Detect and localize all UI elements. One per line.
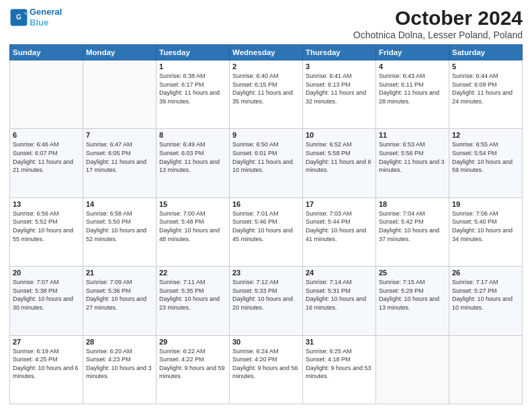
table-row: 28Sunrise: 6:20 AMSunset: 4:23 PMDayligh…: [83, 335, 157, 404]
day-number: 2: [232, 62, 300, 71]
day-detail: Sunrise: 6:47 AMSunset: 6:05 PMDaylight:…: [86, 140, 153, 174]
sunrise-text: Sunrise: 7:15 AM: [379, 278, 446, 287]
day-number: 7: [86, 131, 153, 139]
sunset-text: Sunset: 5:44 PM: [306, 218, 373, 226]
table-row: 5Sunrise: 6:44 AMSunset: 6:09 PMDaylight…: [449, 60, 523, 129]
day-detail: Sunrise: 6:46 AMSunset: 6:07 PMDaylight:…: [13, 140, 80, 174]
sunset-text: Sunset: 5:35 PM: [159, 287, 226, 295]
day-detail: Sunrise: 6:52 AMSunset: 5:58 PMDaylight:…: [306, 140, 373, 174]
table-row: 30Sunrise: 6:24 AMSunset: 4:20 PMDayligh…: [230, 335, 303, 404]
day-detail: Sunrise: 6:49 AMSunset: 6:03 PMDaylight:…: [159, 140, 226, 174]
table-row: 11Sunrise: 6:53 AMSunset: 5:56 PMDayligh…: [376, 129, 449, 197]
calendar-week-row: 20Sunrise: 7:07 AMSunset: 5:38 PMDayligh…: [10, 267, 523, 335]
daylight-text: Daylight: 10 hours and 45 minutes.: [232, 226, 300, 243]
header-friday: Friday: [376, 45, 449, 60]
table-row: 4Sunrise: 6:43 AMSunset: 6:11 PMDaylight…: [376, 60, 449, 129]
logo-icon: G: [9, 8, 28, 27]
daylight-text: Daylight: 9 hours and 53 minutes.: [306, 364, 373, 381]
sunset-text: Sunset: 4:22 PM: [159, 355, 226, 364]
sunset-text: Sunset: 6:07 PM: [13, 149, 80, 158]
daylight-text: Daylight: 10 hours and 52 minutes.: [86, 226, 153, 243]
day-detail: Sunrise: 7:15 AMSunset: 5:29 PMDaylight:…: [379, 278, 446, 312]
table-row: 2Sunrise: 6:40 AMSunset: 6:15 PMDaylight…: [230, 60, 303, 129]
day-detail: Sunrise: 6:38 AMSunset: 6:17 PMDaylight:…: [159, 72, 226, 105]
day-detail: Sunrise: 6:41 AMSunset: 6:13 PMDaylight:…: [306, 72, 373, 105]
daylight-text: Daylight: 11 hours and 13 minutes.: [159, 158, 226, 175]
header-wednesday: Wednesday: [230, 45, 303, 60]
calendar-week-row: 6Sunrise: 6:46 AMSunset: 6:07 PMDaylight…: [10, 129, 523, 197]
day-number: 9: [232, 131, 300, 139]
sunset-text: Sunset: 4:20 PM: [232, 355, 300, 364]
table-row: 16Sunrise: 7:01 AMSunset: 5:46 PMDayligh…: [230, 197, 303, 266]
day-detail: Sunrise: 7:06 AMSunset: 5:40 PMDaylight:…: [452, 210, 519, 243]
daylight-text: Daylight: 10 hours and 48 minutes.: [159, 226, 226, 243]
sunrise-text: Sunrise: 6:43 AM: [379, 72, 446, 81]
calendar-week-row: 27Sunrise: 6:19 AMSunset: 4:25 PMDayligh…: [10, 335, 523, 404]
table-row: 3Sunrise: 6:41 AMSunset: 6:13 PMDaylight…: [303, 60, 376, 129]
day-number: 17: [306, 200, 373, 208]
table-row: 1Sunrise: 6:38 AMSunset: 6:17 PMDaylight…: [157, 60, 230, 129]
day-number: 23: [232, 269, 300, 277]
day-detail: Sunrise: 7:17 AMSunset: 5:27 PMDaylight:…: [452, 278, 519, 312]
day-number: 27: [13, 338, 80, 346]
day-number: 8: [159, 131, 226, 139]
sunrise-text: Sunrise: 7:06 AM: [452, 210, 519, 218]
sunrise-text: Sunrise: 6:52 AM: [306, 140, 373, 149]
sunrise-text: Sunrise: 6:41 AM: [306, 72, 373, 81]
day-detail: Sunrise: 7:14 AMSunset: 5:31 PMDaylight:…: [306, 278, 373, 312]
day-number: 15: [159, 200, 226, 208]
day-detail: Sunrise: 6:55 AMSunset: 5:54 PMDaylight:…: [452, 140, 519, 174]
day-detail: Sunrise: 6:50 AMSunset: 6:01 PMDaylight:…: [232, 140, 300, 174]
sunset-text: Sunset: 5:58 PM: [306, 149, 373, 158]
main-title: October 2024: [353, 7, 523, 30]
table-row: 29Sunrise: 6:22 AMSunset: 4:22 PMDayligh…: [157, 335, 230, 404]
sunset-text: Sunset: 5:33 PM: [232, 287, 300, 295]
day-number: 28: [86, 338, 153, 346]
day-number: 10: [306, 131, 373, 139]
sunset-text: Sunset: 5:50 PM: [86, 218, 153, 226]
table-row: 10Sunrise: 6:52 AMSunset: 5:58 PMDayligh…: [303, 129, 376, 197]
day-detail: Sunrise: 6:20 AMSunset: 4:23 PMDaylight:…: [86, 347, 153, 381]
day-number: 30: [232, 338, 300, 346]
table-row: [83, 60, 157, 129]
sunrise-text: Sunrise: 6:55 AM: [452, 140, 519, 149]
daylight-text: Daylight: 10 hours and 13 minutes.: [379, 295, 446, 312]
sunset-text: Sunset: 6:17 PM: [159, 81, 226, 89]
header-thursday: Thursday: [303, 45, 376, 60]
daylight-text: Daylight: 11 hours and 3 minutes.: [379, 158, 446, 175]
day-detail: Sunrise: 7:12 AMSunset: 5:33 PMDaylight:…: [232, 278, 300, 312]
sunset-text: Sunset: 5:56 PM: [379, 149, 446, 158]
day-detail: Sunrise: 7:09 AMSunset: 5:36 PMDaylight:…: [86, 278, 153, 312]
subtitle: Ochotnica Dolna, Lesser Poland, Poland: [353, 30, 523, 40]
sunrise-text: Sunrise: 6:53 AM: [379, 140, 446, 149]
day-detail: Sunrise: 6:44 AMSunset: 6:09 PMDaylight:…: [452, 72, 519, 105]
sunrise-text: Sunrise: 7:07 AM: [13, 278, 80, 287]
sunrise-text: Sunrise: 6:38 AM: [159, 72, 226, 81]
sunset-text: Sunset: 6:03 PM: [159, 149, 226, 158]
sunset-text: Sunset: 5:27 PM: [452, 287, 519, 295]
sunrise-text: Sunrise: 7:09 AM: [86, 278, 153, 287]
table-row: 9Sunrise: 6:50 AMSunset: 6:01 PMDaylight…: [230, 129, 303, 197]
sunset-text: Sunset: 5:46 PM: [232, 218, 300, 226]
sunset-text: Sunset: 6:15 PM: [232, 81, 300, 89]
table-row: [449, 335, 523, 404]
sunrise-text: Sunrise: 6:47 AM: [86, 140, 153, 149]
table-row: 25Sunrise: 7:15 AMSunset: 5:29 PMDayligh…: [376, 267, 449, 335]
day-detail: Sunrise: 7:00 AMSunset: 5:48 PMDaylight:…: [159, 210, 226, 243]
calendar-header-row: Sunday Monday Tuesday Wednesday Thursday…: [10, 45, 523, 60]
table-row: 8Sunrise: 6:49 AMSunset: 6:03 PMDaylight…: [157, 129, 230, 197]
sunset-text: Sunset: 5:36 PM: [86, 287, 153, 295]
table-row: 19Sunrise: 7:06 AMSunset: 5:40 PMDayligh…: [449, 197, 523, 266]
table-row: 13Sunrise: 6:56 AMSunset: 5:52 PMDayligh…: [10, 197, 83, 266]
sunrise-text: Sunrise: 6:19 AM: [13, 347, 80, 356]
daylight-text: Daylight: 11 hours and 10 minutes.: [232, 158, 300, 175]
sunrise-text: Sunrise: 6:49 AM: [159, 140, 226, 149]
day-number: 20: [13, 269, 80, 277]
sunset-text: Sunset: 6:09 PM: [452, 81, 519, 89]
sunset-text: Sunset: 5:48 PM: [159, 218, 226, 226]
day-detail: Sunrise: 6:24 AMSunset: 4:20 PMDaylight:…: [232, 347, 300, 381]
calendar-table: Sunday Monday Tuesday Wednesday Thursday…: [9, 44, 523, 404]
table-row: 24Sunrise: 7:14 AMSunset: 5:31 PMDayligh…: [303, 267, 376, 335]
day-number: 12: [452, 131, 519, 139]
day-number: 6: [13, 131, 80, 139]
